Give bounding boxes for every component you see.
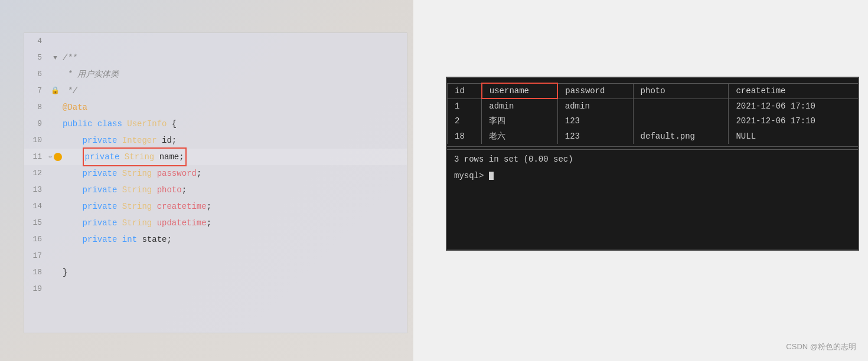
col-password: password — [557, 83, 633, 99]
cell-password: 123 — [557, 113, 633, 129]
cell-photo: default.png — [633, 129, 729, 144]
cell-createtime: 2021-12-06 17:10 — [729, 99, 858, 113]
col-createtime: createtime — [729, 83, 858, 99]
cursor — [489, 172, 494, 180]
col-id: id — [448, 83, 482, 99]
terminal-summary: 3 rows in set (0.00 sec) — [447, 149, 858, 169]
collapse-icon: ▼ — [53, 50, 57, 66]
db-table: id username password photo createtime 1 … — [447, 83, 858, 144]
terminal-prompt: mysql> — [447, 169, 858, 183]
edit-gutter-icon: ✏ — [48, 149, 52, 165]
cell-password: admin — [557, 99, 633, 113]
cell-username: 李四 — [482, 113, 557, 129]
code-line-9: 9 public class UserInfo { — [24, 116, 407, 132]
code-lines: 4 5 ▼ /** 6 * 用户实体类 7 🔒 */ — [24, 33, 407, 297]
cell-createtime: NULL — [729, 129, 858, 144]
cell-username: 老六 — [482, 129, 557, 144]
terminal-panel: id username password photo createtime 1 … — [446, 77, 859, 251]
code-editor-panel: 4 5 ▼ /** 6 * 用户实体类 7 🔒 */ — [24, 32, 407, 333]
table-row: 1 admin admin 2021-12-06 17:10 — [448, 99, 859, 113]
code-line-14: 14 private String createtime; — [24, 198, 407, 215]
col-username: username — [482, 83, 557, 99]
table-row: 18 老六 123 default.png NULL — [448, 129, 859, 144]
code-line-15: 15 private String updatetime; — [24, 215, 407, 231]
cell-password: 123 — [557, 129, 633, 144]
table-row: 2 李四 123 2021-12-06 17:10 — [448, 113, 859, 129]
code-line-7: 7 🔒 */ — [24, 83, 407, 99]
code-line-12: 12 private String password; — [24, 165, 407, 182]
code-line-16: 16 private int state; — [24, 231, 407, 248]
cell-id: 18 — [448, 129, 482, 144]
bulb-icon — [54, 153, 62, 161]
cell-id: 2 — [448, 113, 482, 129]
watermark: CSDN @粉色的志明 — [786, 342, 856, 352]
code-line-4: 4 — [24, 33, 407, 50]
code-line-10: 10 private Integer id; — [24, 132, 407, 149]
cell-photo — [633, 99, 729, 113]
code-line-8: 8 @Data — [24, 99, 407, 116]
code-line-13: 13 private String photo; — [24, 182, 407, 198]
cell-photo — [633, 113, 729, 129]
code-line-11: 11 ✏ private String name; — [24, 149, 407, 165]
code-line-5: 5 ▼ /** — [24, 50, 407, 66]
cell-username: admin — [482, 99, 557, 113]
separator — [447, 146, 858, 147]
col-photo: photo — [633, 83, 729, 99]
code-line-19: 19 — [24, 281, 407, 297]
cell-createtime: 2021-12-06 17:10 — [729, 113, 858, 129]
code-line-6: 6 * 用户实体类 — [24, 66, 407, 83]
code-line-17: 17 — [24, 248, 407, 264]
cell-id: 1 — [448, 99, 482, 113]
table-header-row: id username password photo createtime — [448, 83, 859, 99]
code-line-18: 18 } — [24, 264, 407, 281]
lock-icon: 🔒 — [51, 83, 60, 99]
